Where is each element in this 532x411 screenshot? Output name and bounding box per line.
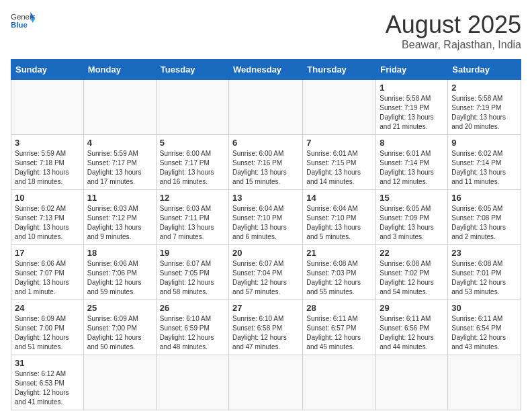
day-info: Sunrise: 5:59 AM Sunset: 7:17 PM Dayligh… xyxy=(87,149,152,187)
weekday-header-sunday: Sunday xyxy=(11,60,84,80)
weekday-header-monday: Monday xyxy=(83,60,156,80)
day-cell: 17Sunrise: 6:06 AM Sunset: 7:07 PM Dayli… xyxy=(11,245,84,300)
day-cell: 7Sunrise: 6:01 AM Sunset: 7:15 PM Daylig… xyxy=(303,135,376,190)
day-number: 13 xyxy=(232,193,299,203)
day-number: 7 xyxy=(306,138,372,148)
day-cell: 5Sunrise: 6:00 AM Sunset: 7:17 PM Daylig… xyxy=(156,135,228,190)
title-area: August 2025 Beawar, Rajasthan, India xyxy=(386,11,521,51)
weekday-header-thursday: Thursday xyxy=(303,60,376,80)
page-header: General Blue August 2025 Beawar, Rajasth… xyxy=(11,11,521,51)
day-cell: 1Sunrise: 5:58 AM Sunset: 7:19 PM Daylig… xyxy=(376,80,448,135)
day-number: 31 xyxy=(15,358,80,368)
weekday-header-tuesday: Tuesday xyxy=(156,60,228,80)
day-info: Sunrise: 6:01 AM Sunset: 7:15 PM Dayligh… xyxy=(306,149,372,187)
day-info: Sunrise: 6:09 AM Sunset: 7:00 PM Dayligh… xyxy=(87,314,152,352)
day-info: Sunrise: 6:01 AM Sunset: 7:14 PM Dayligh… xyxy=(380,149,444,187)
week-row-2: 3Sunrise: 5:59 AM Sunset: 7:18 PM Daylig… xyxy=(11,135,521,190)
week-row-5: 24Sunrise: 6:09 AM Sunset: 7:00 PM Dayli… xyxy=(11,300,521,355)
day-number: 3 xyxy=(15,138,80,148)
day-number: 9 xyxy=(451,138,517,148)
day-info: Sunrise: 6:11 AM Sunset: 6:56 PM Dayligh… xyxy=(380,314,444,352)
week-row-4: 17Sunrise: 6:06 AM Sunset: 7:07 PM Dayli… xyxy=(11,245,521,300)
weekday-header-friday: Friday xyxy=(376,60,448,80)
day-number: 5 xyxy=(160,138,225,148)
weekday-header-row: SundayMondayTuesdayWednesdayThursdayFrid… xyxy=(11,60,521,80)
day-cell xyxy=(156,355,228,410)
day-number: 14 xyxy=(306,193,372,203)
day-number: 27 xyxy=(232,303,299,313)
day-cell: 19Sunrise: 6:07 AM Sunset: 7:05 PM Dayli… xyxy=(156,245,228,300)
day-number: 23 xyxy=(451,248,517,258)
day-cell xyxy=(303,80,376,135)
day-cell xyxy=(83,355,156,410)
day-cell: 8Sunrise: 6:01 AM Sunset: 7:14 PM Daylig… xyxy=(376,135,448,190)
day-info: Sunrise: 6:04 AM Sunset: 7:10 PM Dayligh… xyxy=(306,204,372,242)
day-info: Sunrise: 6:08 AM Sunset: 7:01 PM Dayligh… xyxy=(451,259,517,297)
weekday-header-wednesday: Wednesday xyxy=(229,60,303,80)
day-number: 1 xyxy=(380,83,444,93)
logo: General Blue xyxy=(11,11,35,30)
day-info: Sunrise: 6:08 AM Sunset: 7:03 PM Dayligh… xyxy=(306,259,372,297)
day-cell: 10Sunrise: 6:02 AM Sunset: 7:13 PM Dayli… xyxy=(11,190,84,245)
day-number: 4 xyxy=(87,138,152,148)
day-cell: 21Sunrise: 6:08 AM Sunset: 7:03 PM Dayli… xyxy=(303,245,376,300)
day-cell: 28Sunrise: 6:11 AM Sunset: 6:57 PM Dayli… xyxy=(303,300,376,355)
day-number: 19 xyxy=(160,248,225,258)
day-cell: 25Sunrise: 6:09 AM Sunset: 7:00 PM Dayli… xyxy=(83,300,156,355)
day-cell: 24Sunrise: 6:09 AM Sunset: 7:00 PM Dayli… xyxy=(11,300,84,355)
day-info: Sunrise: 6:06 AM Sunset: 7:06 PM Dayligh… xyxy=(87,259,152,297)
day-cell: 22Sunrise: 6:08 AM Sunset: 7:02 PM Dayli… xyxy=(376,245,448,300)
day-number: 6 xyxy=(232,138,299,148)
day-cell xyxy=(376,355,448,410)
day-info: Sunrise: 6:11 AM Sunset: 6:54 PM Dayligh… xyxy=(451,314,517,352)
day-info: Sunrise: 6:10 AM Sunset: 6:59 PM Dayligh… xyxy=(160,314,225,352)
day-cell: 30Sunrise: 6:11 AM Sunset: 6:54 PM Dayli… xyxy=(448,300,521,355)
day-number: 29 xyxy=(380,303,444,313)
day-cell: 23Sunrise: 6:08 AM Sunset: 7:01 PM Dayli… xyxy=(448,245,521,300)
day-info: Sunrise: 6:07 AM Sunset: 7:04 PM Dayligh… xyxy=(232,259,299,297)
day-number: 2 xyxy=(451,83,517,93)
day-number: 15 xyxy=(380,193,444,203)
logo-icon: General Blue xyxy=(11,11,35,30)
day-cell: 18Sunrise: 6:06 AM Sunset: 7:06 PM Dayli… xyxy=(83,245,156,300)
day-number: 22 xyxy=(380,248,444,258)
weekday-header-saturday: Saturday xyxy=(448,60,521,80)
svg-text:Blue: Blue xyxy=(11,21,28,29)
day-info: Sunrise: 5:58 AM Sunset: 7:19 PM Dayligh… xyxy=(451,94,517,132)
day-cell: 12Sunrise: 6:03 AM Sunset: 7:11 PM Dayli… xyxy=(156,190,228,245)
day-cell xyxy=(229,80,303,135)
day-cell: 15Sunrise: 6:05 AM Sunset: 7:09 PM Dayli… xyxy=(376,190,448,245)
day-number: 18 xyxy=(87,248,152,258)
day-cell: 13Sunrise: 6:04 AM Sunset: 7:10 PM Dayli… xyxy=(229,190,303,245)
day-cell: 3Sunrise: 5:59 AM Sunset: 7:18 PM Daylig… xyxy=(11,135,84,190)
day-cell: 4Sunrise: 5:59 AM Sunset: 7:17 PM Daylig… xyxy=(83,135,156,190)
day-cell: 14Sunrise: 6:04 AM Sunset: 7:10 PM Dayli… xyxy=(303,190,376,245)
day-info: Sunrise: 6:09 AM Sunset: 7:00 PM Dayligh… xyxy=(15,314,80,352)
calendar-title: August 2025 xyxy=(386,11,521,39)
day-number: 17 xyxy=(15,248,80,258)
day-cell xyxy=(448,355,521,410)
day-info: Sunrise: 6:03 AM Sunset: 7:12 PM Dayligh… xyxy=(87,204,152,242)
day-info: Sunrise: 6:07 AM Sunset: 7:05 PM Dayligh… xyxy=(160,259,225,297)
day-number: 12 xyxy=(160,193,225,203)
calendar-subtitle: Beawar, Rajasthan, India xyxy=(386,39,521,51)
week-row-1: 1Sunrise: 5:58 AM Sunset: 7:19 PM Daylig… xyxy=(11,80,521,135)
day-info: Sunrise: 6:02 AM Sunset: 7:13 PM Dayligh… xyxy=(15,204,80,242)
day-info: Sunrise: 6:00 AM Sunset: 7:17 PM Dayligh… xyxy=(160,149,225,187)
day-number: 16 xyxy=(451,193,517,203)
day-cell: 20Sunrise: 6:07 AM Sunset: 7:04 PM Dayli… xyxy=(229,245,303,300)
day-number: 20 xyxy=(232,248,299,258)
day-info: Sunrise: 6:10 AM Sunset: 6:58 PM Dayligh… xyxy=(232,314,299,352)
day-number: 26 xyxy=(160,303,225,313)
day-cell: 29Sunrise: 6:11 AM Sunset: 6:56 PM Dayli… xyxy=(376,300,448,355)
day-cell: 27Sunrise: 6:10 AM Sunset: 6:58 PM Dayli… xyxy=(229,300,303,355)
day-number: 30 xyxy=(451,303,517,313)
day-cell xyxy=(229,355,303,410)
day-cell: 16Sunrise: 6:05 AM Sunset: 7:08 PM Dayli… xyxy=(448,190,521,245)
day-cell: 31Sunrise: 6:12 AM Sunset: 6:53 PM Dayli… xyxy=(11,355,84,410)
day-number: 28 xyxy=(306,303,372,313)
day-cell xyxy=(156,80,228,135)
day-info: Sunrise: 5:59 AM Sunset: 7:18 PM Dayligh… xyxy=(15,149,80,187)
day-cell: 9Sunrise: 6:02 AM Sunset: 7:14 PM Daylig… xyxy=(448,135,521,190)
day-number: 24 xyxy=(15,303,80,313)
